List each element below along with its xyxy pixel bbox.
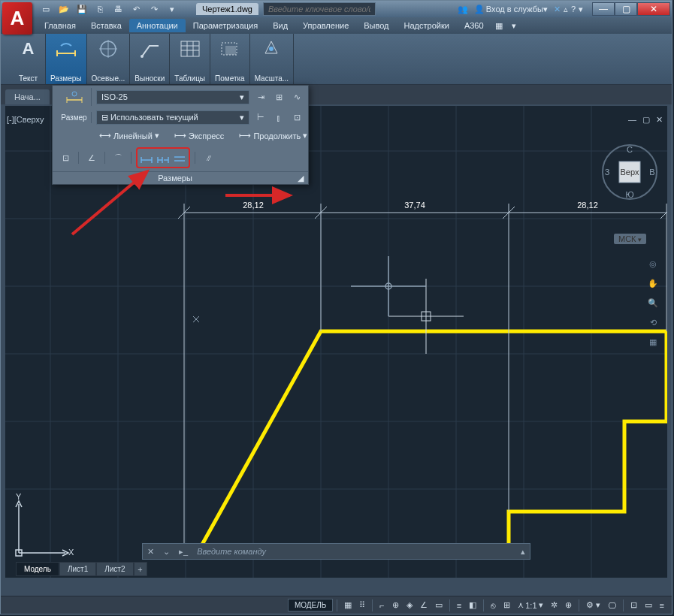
nav-wheel-icon[interactable]: ◎: [645, 256, 660, 271]
annovis-toggle[interactable]: ✲: [548, 599, 561, 611]
linear-dim-button[interactable]: ⟷ Линейный ▾: [96, 129, 162, 142]
ribbon-text-panel[interactable]: A Текст: [11, 34, 46, 84]
cmd-menu-icon[interactable]: ⌄: [159, 547, 174, 557]
svg-text:З: З: [605, 168, 610, 177]
otrack-toggle[interactable]: ∠: [417, 599, 431, 611]
baseline-tool[interactable]: [138, 149, 155, 166]
qat-redo-icon[interactable]: ↷: [145, 2, 163, 16]
monitor-icon[interactable]: 🖵: [605, 599, 619, 611]
dim-update-icon[interactable]: ⇥: [254, 91, 267, 103]
express-dim-button[interactable]: ⟼ Экспресс: [171, 129, 228, 142]
ortho-toggle[interactable]: ⌐: [376, 599, 387, 611]
tab-featured-icon[interactable]: ▦: [491, 21, 506, 31]
tab-home[interactable]: Главная: [37, 19, 83, 32]
osnap-toggle[interactable]: ▭: [432, 599, 446, 611]
tab-output[interactable]: Вывод: [356, 19, 396, 32]
ribbon-centerlines-panel[interactable]: Осевые...: [87, 34, 131, 84]
annoauto-toggle[interactable]: ⊕: [562, 599, 575, 611]
ribbon-leaders-panel[interactable]: Выноски: [130, 34, 170, 84]
snap-toggle[interactable]: ⠿: [356, 599, 368, 611]
quick-access-toolbar: ▭ 📂 💾 ⎘ 🖶 ↶ ↷ ▾: [37, 2, 181, 16]
qat-saveas-icon[interactable]: ⎘: [91, 2, 109, 16]
ribbon-markup-panel[interactable]: Пометка: [210, 34, 250, 84]
tab-manage[interactable]: Управление: [295, 19, 356, 32]
add-layout-button[interactable]: +: [134, 562, 147, 576]
dimension-icon: [54, 37, 78, 61]
cmd-history-icon[interactable]: ▴: [516, 547, 530, 557]
dim-space-icon[interactable]: ⫿: [272, 112, 286, 124]
grid-toggle[interactable]: ▦: [341, 599, 355, 611]
ribbon-scale-panel[interactable]: Масшта...: [250, 34, 294, 84]
exchange-icon[interactable]: ✕: [554, 5, 561, 14]
dim-layer-select[interactable]: ⊟ Использовать текущий▾: [96, 110, 249, 125]
iso-toggle[interactable]: ◈: [403, 599, 416, 611]
maximize-button[interactable]: ▢: [615, 2, 637, 16]
tab-addins[interactable]: Надстройки: [397, 19, 457, 32]
layout1-tab[interactable]: Лист1: [59, 562, 96, 576]
infocenter-icon[interactable]: 👥: [458, 5, 468, 14]
command-line[interactable]: ✕ ⌄ ▸_ Введите команду ▴: [142, 543, 530, 560]
dim-inspect-icon[interactable]: ⊡: [290, 112, 304, 124]
tab-insert[interactable]: Вставка: [83, 19, 129, 32]
dim-toggle-icon[interactable]: ∿: [290, 91, 304, 103]
dim-break-icon[interactable]: ⊢: [254, 112, 267, 124]
model-space-toggle[interactable]: МОДЕЛЬ: [288, 599, 333, 611]
qat-new-icon[interactable]: ▭: [37, 2, 55, 16]
qat-print-icon[interactable]: 🖶: [109, 2, 127, 16]
dim-style-select[interactable]: ISO-25▾: [96, 90, 249, 104]
model-tab[interactable]: Модель: [16, 562, 59, 576]
arc-tool[interactable]: ⌒: [110, 149, 126, 166]
viewcube[interactable]: Верх С Ю В З: [601, 143, 658, 201]
close-button[interactable]: ✕: [637, 2, 670, 16]
workspace-button[interactable]: ⚙ ▾: [583, 599, 603, 611]
svg-point-6: [72, 92, 77, 96]
help-dropdown-icon[interactable]: ▾: [579, 5, 583, 14]
cmd-close-icon[interactable]: ✕: [143, 547, 159, 557]
tab-a360[interactable]: A360: [457, 19, 491, 32]
oblique-tool[interactable]: ⫽: [200, 149, 216, 166]
tab-annotate[interactable]: Аннотации: [129, 19, 186, 32]
cleanscreen-toggle[interactable]: ▭: [642, 599, 655, 611]
nav-orbit-icon[interactable]: ⟲: [645, 315, 660, 330]
transparency-toggle[interactable]: ◧: [466, 599, 479, 611]
sign-in-link[interactable]: 👤Вход в службы▾: [471, 5, 551, 14]
nav-showmotion-icon[interactable]: ▦: [645, 334, 660, 349]
polar-toggle[interactable]: ⊕: [389, 599, 402, 611]
mcs-badge[interactable]: МСК ▾: [614, 234, 646, 244]
qat-open-icon[interactable]: 📂: [55, 2, 73, 16]
qat-save-icon[interactable]: 💾: [73, 2, 91, 16]
ordinate-tool[interactable]: ⊡: [57, 149, 74, 166]
dim-symbol[interactable]: [57, 88, 92, 106]
cycling-toggle[interactable]: ⊞: [500, 599, 513, 611]
layout2-tab[interactable]: Лист2: [96, 562, 133, 576]
hardware-icon[interactable]: ⊡: [627, 599, 640, 611]
offset-tool[interactable]: [171, 149, 188, 166]
tab-expand-icon[interactable]: ▾: [506, 21, 521, 31]
customize-button[interactable]: ≡: [657, 599, 667, 611]
document-tab[interactable]: Чертеж1.dwg: [196, 3, 258, 15]
start-tab[interactable]: Нача...: [5, 89, 50, 104]
nav-zoom-icon[interactable]: 🔍: [645, 295, 660, 310]
minimize-button[interactable]: —: [592, 2, 615, 16]
layout-tabs: Модель Лист1 Лист2 +: [16, 562, 147, 576]
continue-dim-button[interactable]: ⟼ Продолжить ▾: [236, 129, 310, 142]
qat-undo-icon[interactable]: ↶: [127, 2, 145, 16]
help-icon[interactable]: ?: [571, 5, 576, 14]
qat-dropdown-icon[interactable]: ▾: [163, 2, 181, 16]
app-menu-button[interactable]: A: [2, 2, 32, 35]
search-input[interactable]: [263, 2, 376, 16]
ribbon-tables-panel[interactable]: Таблицы: [170, 34, 210, 84]
annoscale-button[interactable]: ⋏ 1:1 ▾: [515, 599, 546, 611]
lineweight-toggle[interactable]: ≡: [454, 599, 464, 611]
dim-override-icon[interactable]: ⊞: [272, 91, 286, 103]
tab-view[interactable]: Вид: [265, 19, 295, 32]
angle-tool[interactable]: ∠: [83, 149, 100, 166]
dimensions-flyout-panel: ISO-25▾ ⇥ ⊞ ∿ Размер ⊟ Использовать теку…: [52, 85, 309, 185]
ribbon-dimensions-panel[interactable]: Размеры: [46, 34, 87, 84]
tab-parametric[interactable]: Параметризация: [186, 19, 265, 32]
svg-rect-4: [225, 46, 236, 55]
nav-pan-icon[interactable]: ✋: [645, 276, 660, 291]
sc-icon[interactable]: ⎋: [488, 599, 499, 611]
chain-tool[interactable]: [155, 149, 171, 166]
favorites-icon[interactable]: ▵: [564, 5, 568, 14]
